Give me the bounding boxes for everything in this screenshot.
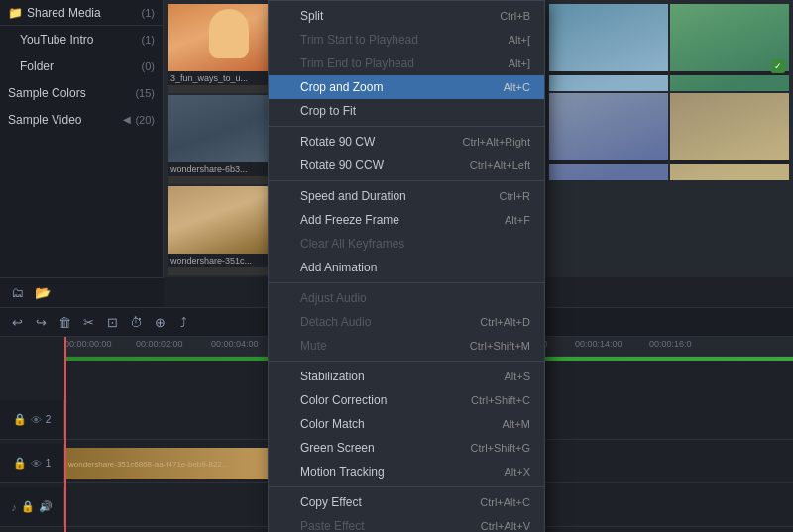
new-folder-icon[interactable]: 📂 [34, 284, 52, 302]
sample-colors-count: (15) [135, 87, 155, 99]
track-audio-sound-icon[interactable]: 🔊 [39, 500, 53, 513]
menu-shortcut-copy-effect: Ctrl+Alt+C [480, 496, 530, 508]
menu-label-paste-effect: Paste Effect [300, 519, 364, 532]
menu-label-animation: Add Animation [300, 261, 377, 274]
track-label-1: 🔒 👁 1 [0, 444, 64, 482]
folder-icon: 📁 [8, 6, 23, 20]
track-audio-lock-icon[interactable]: 🔒 [21, 500, 35, 513]
menu-item-clear-keyframes: Clear All Keyframes [269, 232, 544, 256]
menu-label-stabilization: Stabilization [300, 370, 365, 383]
menu-shortcut-motion-tracking: Alt+X [504, 466, 530, 478]
zoom-icon[interactable]: ⊕ [151, 313, 169, 331]
menu-item-crop-zoom[interactable]: Crop and Zoom Alt+C [269, 75, 544, 99]
menu-item-rotate-cw[interactable]: Rotate 90 CW Ctrl+Alt+Right [269, 130, 544, 154]
track-2-eye-icon[interactable]: 👁 [31, 414, 42, 426]
menu-label-rotate-cw: Rotate 90 CW [300, 135, 375, 149]
menu-label-motion-tracking: Motion Tracking [300, 465, 385, 479]
sample-colors-label: Sample Colors [8, 86, 86, 100]
menu-shortcut-speed: Ctrl+R [500, 190, 530, 202]
sample-video-arrow: ◀ [123, 114, 131, 125]
menu-item-trim-start: Trim Start to Playhead Alt+[ [269, 28, 544, 52]
menu-item-split[interactable]: Split Ctrl+B [269, 4, 544, 28]
right-thumb-3[interactable] [549, 93, 668, 180]
menu-label-freeze: Add Freeze Frame [300, 213, 399, 227]
track-1-lock-icon[interactable]: 🔒 [13, 457, 27, 470]
menu-item-motion-tracking[interactable]: Motion Tracking Alt+X [269, 460, 544, 483]
menu-shortcut-color-match: Alt+M [503, 418, 530, 430]
menu-item-adjust-audio: Adjust Audio [269, 286, 544, 310]
clip-label: wondershare-351c6868-aa-f471e-beb9-822..… [68, 460, 228, 469]
cut-icon[interactable]: ✂ [79, 313, 97, 331]
menu-label-adjust-audio: Adjust Audio [300, 291, 367, 305]
track-1-id: 1 [46, 458, 52, 469]
menu-shortcut-crop-zoom: Alt+C [504, 81, 530, 93]
menu-item-paste-effect: Paste Effect Ctrl+Alt+V [269, 514, 544, 532]
folder-item[interactable]: Folder (0) [0, 53, 163, 79]
menu-label-mute: Mute [300, 339, 327, 353]
ruler-mark-7: 00:00:16:0 [649, 339, 692, 349]
menu-shortcut-rotate-ccw: Ctrl+Alt+Left [470, 160, 530, 171]
track-2-lock-icon[interactable]: 🔒 [13, 413, 27, 426]
track-1-eye-icon[interactable]: 👁 [31, 458, 42, 470]
menu-item-freeze[interactable]: Add Freeze Frame Alt+F [269, 208, 544, 232]
sample-video-label: Sample Video [8, 113, 82, 127]
sep-2 [269, 180, 544, 181]
menu-item-speed[interactable]: Speed and Duration Ctrl+R [269, 184, 544, 208]
menu-shortcut-trim-start: Alt+[ [509, 34, 530, 46]
menu-item-stabilization[interactable]: Stabilization Alt+S [269, 365, 544, 388]
menu-shortcut-trim-end: Alt+] [509, 57, 530, 69]
speed-icon[interactable]: ⏱ [127, 313, 145, 331]
menu-item-rotate-ccw[interactable]: Rotate 90 CCW Ctrl+Alt+Left [269, 154, 544, 177]
shared-media-label: Shared Media [27, 6, 101, 20]
menu-shortcut-split: Ctrl+B [500, 10, 530, 22]
shared-media-count: (1) [142, 7, 155, 19]
folder-label: Folder [20, 59, 54, 73]
menu-item-copy-effect[interactable]: Copy Effect Ctrl+Alt+C [269, 490, 544, 514]
audio-icon: ♪ [11, 501, 17, 513]
menu-label-split: Split [300, 9, 323, 23]
menu-label-crop-fit: Crop to Fit [300, 104, 356, 118]
export-icon[interactable]: ⤴ [174, 313, 192, 331]
sample-video-item[interactable]: Sample Video ◀ (20) [0, 106, 163, 133]
menu-label-speed: Speed and Duration [300, 189, 406, 203]
menu-label-clear-keyframes: Clear All Keyframes [300, 237, 404, 251]
track-2-id: 2 [46, 414, 52, 425]
right-thumb-grid: ✓ [545, 0, 793, 184]
add-folder-icon[interactable]: 🗂 [8, 284, 26, 302]
ruler-mark-2: 00:00:04:00 [211, 339, 259, 349]
ruler-mark-6: 00:00:14:00 [575, 339, 623, 349]
youtube-intro-count: (1) [142, 34, 155, 46]
sample-video-count: (20) [135, 114, 155, 126]
trim-icon[interactable]: ⊡ [103, 313, 121, 331]
right-thumb-panel: ✓ [545, 0, 793, 277]
menu-item-trim-end: Trim End to Playhead Alt+] [269, 52, 544, 75]
menu-label-detach-audio: Detach Audio [300, 315, 371, 329]
youtube-intro-item[interactable]: YouTube Intro (1) [0, 26, 163, 53]
redo-icon[interactable]: ↪ [32, 313, 50, 331]
track-label-2: 🔒 👁 2 [0, 400, 64, 439]
context-menu: Split Ctrl+B Trim Start to Playhead Alt+… [268, 0, 545, 532]
menu-shortcut-freeze: Alt+F [505, 214, 530, 226]
menu-label-copy-effect: Copy Effect [300, 495, 362, 509]
delete-icon[interactable]: 🗑 [56, 313, 73, 331]
menu-item-green-screen[interactable]: Green Screen Ctrl+Shift+G [269, 436, 544, 460]
menu-item-color-match[interactable]: Color Match Alt+M [269, 412, 544, 436]
menu-item-crop-fit[interactable]: Crop to Fit [269, 99, 544, 123]
sample-colors-item[interactable]: Sample Colors (15) [0, 79, 163, 106]
menu-item-split-left: Split [283, 9, 323, 23]
menu-item-mute: Mute Ctrl+Shift+M [269, 334, 544, 358]
right-thumb-2[interactable]: ✓ [670, 4, 789, 91]
menu-item-color-correction[interactable]: Color Correction Ctrl+Shift+C [269, 388, 544, 412]
menu-shortcut-green-screen: Ctrl+Shift+G [470, 442, 530, 454]
bottom-toolbar: 🗂 📂 [0, 277, 164, 307]
sep-3 [269, 282, 544, 283]
menu-item-animation[interactable]: Add Animation [269, 256, 544, 279]
sep-4 [269, 361, 544, 362]
right-thumb-4[interactable] [670, 93, 789, 180]
menu-shortcut-color-correction: Ctrl+Shift+C [471, 394, 530, 406]
shared-media-header[interactable]: 📁 Shared Media (1) [0, 0, 163, 26]
right-thumb-1[interactable] [549, 4, 668, 91]
menu-label-color-correction: Color Correction [300, 393, 387, 407]
undo-icon[interactable]: ↩ [8, 313, 26, 331]
track-label-audio: ♪ 🔒 🔊 [0, 487, 64, 526]
